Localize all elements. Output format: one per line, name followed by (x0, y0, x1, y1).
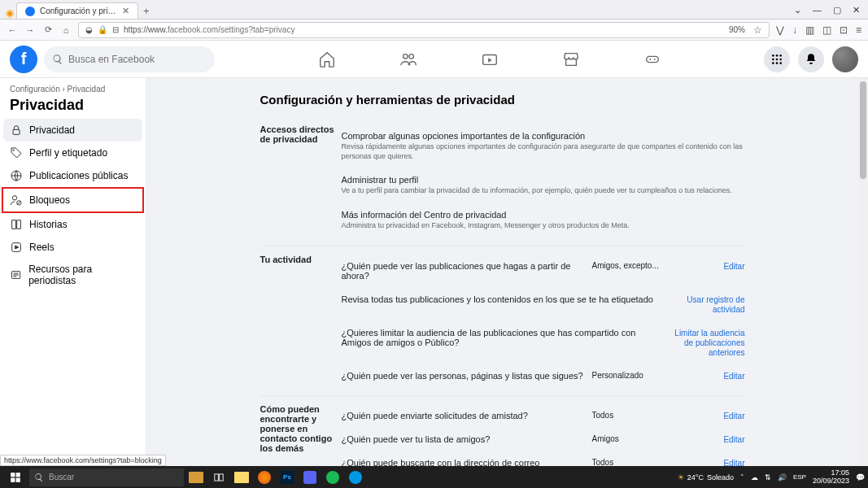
taskbar-app2-icon[interactable] (345, 467, 366, 487)
row-action-link[interactable]: Editar (723, 435, 744, 444)
svg-point-13 (776, 62, 779, 64)
setting-row[interactable]: Administrar tu perfilVe a tu perfil para… (342, 168, 745, 203)
scrollbar[interactable] (858, 78, 868, 466)
library-icon[interactable]: ▥ (805, 24, 814, 36)
taskbar-spotify-icon[interactable] (322, 467, 343, 487)
tray-wifi-icon[interactable]: ⇅ (765, 473, 771, 481)
account-icon[interactable]: ⊡ (840, 24, 848, 36)
sidebar-item-label: Perfil y etiquetado (29, 147, 107, 159)
row-title: Más información del Centro de privacidad (342, 210, 745, 220)
tray-volume-icon[interactable]: 🔊 (778, 473, 787, 481)
sidebar-item-publicaciones[interactable]: Publicaciones públicas (3, 164, 142, 187)
nav-friends[interactable] (392, 43, 425, 76)
row-action-link[interactable]: Editar (723, 459, 744, 466)
setting-row[interactable]: ¿Quién puede enviarte solicitudes de ami… (342, 404, 745, 428)
sidebar-item-historias[interactable]: Historias (3, 213, 142, 236)
row-action-link[interactable]: Editar (723, 372, 744, 381)
setting-row[interactable]: ¿Quieres limitar la audiencia de las pub… (342, 321, 745, 364)
svg-point-8 (779, 54, 782, 57)
back-button[interactable]: ← (7, 25, 18, 35)
downloads-icon[interactable]: ↓ (792, 24, 797, 36)
svg-rect-3 (646, 56, 658, 62)
scroll-thumb[interactable] (860, 81, 866, 179)
pocket-icon[interactable]: ⋁ (776, 24, 784, 36)
sidebar-item-label: Privacidad (29, 124, 75, 136)
svg-rect-24 (11, 477, 15, 481)
facebook-logo[interactable]: f (10, 46, 37, 73)
nav-home[interactable] (311, 43, 343, 76)
setting-row[interactable]: ¿Quién puede ver las personas, páginas y… (342, 364, 745, 387)
setting-row[interactable]: ¿Quién puede buscarte con la dirección d… (342, 451, 745, 466)
address-bar[interactable]: ◒ 🔒 ⊟ https://www.https://www.facebook.c… (78, 22, 770, 38)
taskbar-app-icon[interactable] (299, 467, 321, 487)
block-icon (10, 194, 23, 207)
svg-point-5 (653, 59, 655, 60)
setting-row[interactable]: Comprobar algunas opciones importantes d… (342, 124, 745, 168)
setting-row[interactable]: Revisa todas tus publicaciones y los con… (342, 288, 745, 321)
row-subtitle: Ve a tu perfil para cambiar la privacida… (342, 186, 745, 196)
maximize-icon[interactable]: ▢ (833, 5, 841, 15)
tray-notifications-icon[interactable]: 💬 (856, 473, 865, 481)
sidebar-title: Privacidad (3, 95, 142, 119)
browser-tab[interactable]: Configuración y privacidad | F ✕ (16, 2, 138, 19)
row-title: Revisa todas tus publicaciones y los con… (342, 294, 665, 304)
taskbar-photoshop-icon[interactable]: Ps (277, 467, 298, 487)
facebook-search[interactable] (44, 46, 215, 72)
account-avatar[interactable] (832, 46, 858, 72)
facebook-header: f (0, 41, 868, 78)
nav-gaming[interactable] (636, 43, 669, 76)
menu-grid-button[interactable] (764, 46, 790, 72)
settings-sidebar: Configuración › Privacidad Privacidad Pr… (0, 78, 146, 466)
nav-watch[interactable] (473, 43, 506, 76)
bookmark-star-icon[interactable]: ☆ (753, 24, 762, 36)
hamburger-icon[interactable]: ≡ (856, 24, 861, 36)
reels-icon (10, 241, 23, 254)
minimize-icon[interactable]: — (813, 5, 822, 15)
tray-onedrive-icon[interactable]: ☁ (751, 473, 758, 481)
close-icon[interactable]: ✕ (853, 5, 860, 15)
setting-row[interactable]: ¿Quién puede ver las publicaciones que h… (342, 255, 745, 288)
nav-marketplace[interactable] (555, 43, 587, 76)
breadcrumb[interactable]: Configuración › Privacidad (3, 83, 142, 95)
shield-icon: ◒ (85, 25, 93, 34)
setting-row[interactable]: ¿Quién puede ver tu lista de amigos?Amig… (342, 428, 745, 451)
zoom-level[interactable]: 90% (726, 25, 748, 34)
sidebar-item-label: Recursos para periodistas (28, 264, 136, 286)
page-title: Configuración y herramientas de privacid… (260, 88, 745, 116)
notifications-button[interactable] (798, 46, 824, 72)
home-button[interactable]: ⌂ (60, 25, 72, 35)
row-value: Todos (592, 411, 665, 420)
taskbar-explorer-icon[interactable] (231, 467, 252, 487)
taskbar-folder-icon[interactable] (185, 467, 207, 487)
section-label: Tu actividad (260, 255, 342, 387)
row-action-link[interactable]: Editar (723, 412, 744, 420)
start-button[interactable] (3, 467, 28, 487)
tray-lang[interactable]: ESP (793, 473, 806, 481)
taskbar-search[interactable]: Buscar (29, 468, 184, 486)
chevron-down-icon[interactable]: ⌄ (794, 5, 801, 15)
new-tab-button[interactable]: + (138, 3, 155, 19)
taskbar-taskview-icon[interactable] (208, 467, 229, 487)
row-title: ¿Quién puede ver las personas, páginas y… (342, 371, 586, 381)
sidebar-item-periodistas[interactable]: Recursos para periodistas (3, 259, 142, 291)
sidebar-item-perfil[interactable]: Perfil y etiquetado (3, 142, 142, 164)
search-input[interactable] (68, 54, 207, 65)
reload-button[interactable]: ⟳ (42, 24, 54, 35)
extension-icon[interactable]: ◫ (822, 24, 831, 36)
row-action-link[interactable]: Editar (723, 262, 744, 271)
forward-button[interactable]: → (24, 25, 36, 35)
tray-chevron-icon[interactable]: ˄ (740, 473, 744, 481)
weather-temp: 24°C (687, 473, 704, 481)
taskbar-clock[interactable]: 17:05 20/09/2023 (813, 469, 849, 486)
setting-row[interactable]: Más información del Centro de privacidad… (342, 203, 745, 237)
sidebar-item-bloqueos[interactable]: Bloqueos (2, 187, 144, 213)
tab-close-icon[interactable]: ✕ (122, 6, 129, 16)
row-action-link[interactable]: Usar registro de actividad (687, 295, 744, 314)
taskbar-firefox-icon[interactable] (254, 467, 275, 487)
sidebar-item-privacidad[interactable]: Privacidad (3, 119, 142, 142)
svg-point-11 (779, 58, 782, 60)
sidebar-item-reels[interactable]: Reels (3, 236, 142, 259)
windows-taskbar: Buscar Ps ☀ 24°C Soleado ˄ ☁ ⇅ 🔊 ESP 17:… (0, 466, 868, 488)
row-action-link[interactable]: Limitar la audiencia de publicaciones an… (674, 329, 744, 357)
taskbar-weather[interactable]: ☀ 24°C Soleado (678, 473, 734, 481)
